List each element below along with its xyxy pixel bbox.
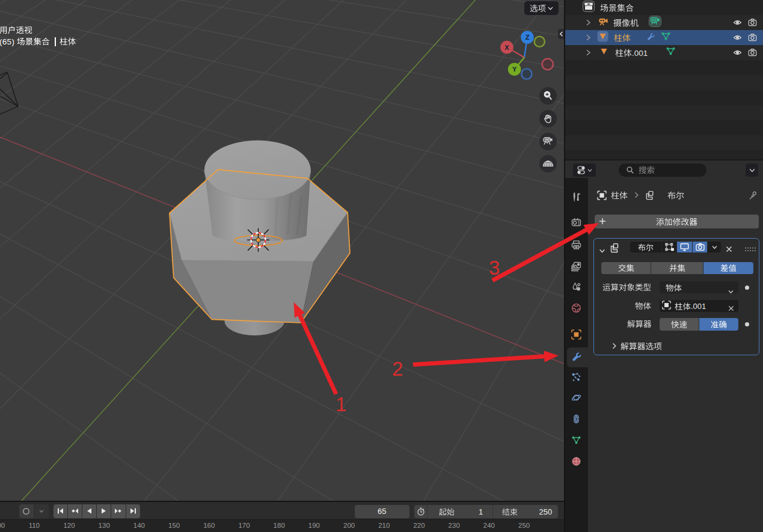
svg-text:Z: Z	[526, 34, 530, 41]
svg-text:X: X	[504, 44, 509, 51]
svg-text:Y: Y	[512, 66, 517, 73]
